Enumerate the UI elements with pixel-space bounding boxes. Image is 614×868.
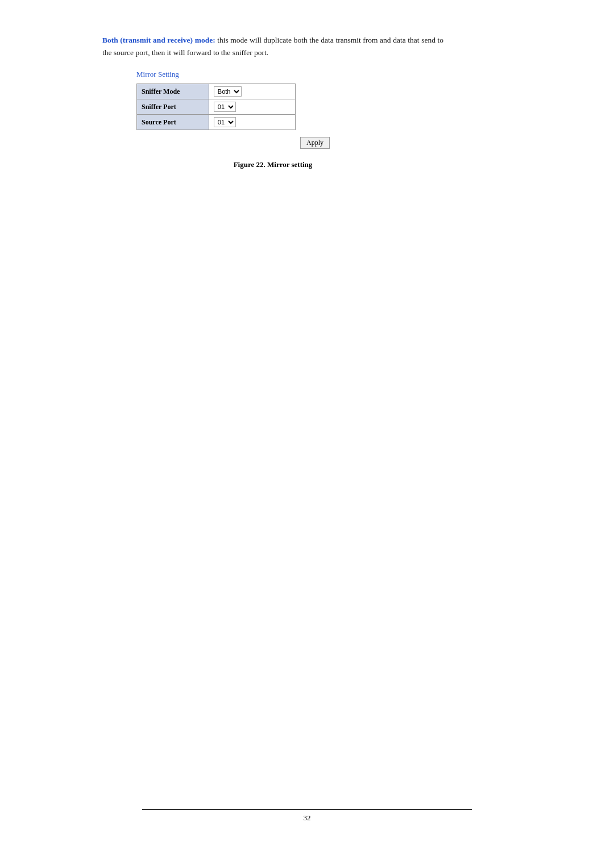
apply-button[interactable]: Apply bbox=[300, 137, 330, 149]
sniffer-mode-cell: Both TX RX bbox=[209, 84, 295, 99]
mirror-table: Sniffer Mode Both TX RX Sniffer Port 01 bbox=[136, 84, 296, 130]
footer-line bbox=[142, 809, 472, 810]
intro-paragraph: Both (transmit and receive) mode: this m… bbox=[102, 34, 443, 59]
page-content: Both (transmit and receive) mode: this m… bbox=[0, 0, 512, 232]
source-port-select[interactable]: 01 02 03 04 05 06 07 08 bbox=[214, 117, 236, 127]
apply-btn-row: Apply bbox=[171, 137, 330, 149]
table-row-source-port: Source Port 01 02 03 04 05 06 07 08 bbox=[137, 115, 296, 130]
sniffer-port-cell: 01 02 03 04 05 06 07 08 bbox=[209, 99, 295, 115]
source-port-cell: 01 02 03 04 05 06 07 08 bbox=[209, 115, 295, 130]
table-row-sniffer-mode: Sniffer Mode Both TX RX bbox=[137, 84, 296, 99]
source-port-label: Source Port bbox=[137, 115, 209, 130]
mirror-setting-section: Mirror Setting Sniffer Mode Both TX RX S… bbox=[136, 70, 443, 149]
intro-bold: Both (transmit and receive) mode: bbox=[102, 36, 215, 44]
sniffer-port-select[interactable]: 01 02 03 04 05 06 07 08 bbox=[214, 102, 236, 112]
page-footer: 32 bbox=[0, 809, 614, 823]
mirror-setting-title: Mirror Setting bbox=[136, 70, 443, 79]
sniffer-port-label: Sniffer Port bbox=[137, 99, 209, 115]
figure-caption: Figure 22. Mirror setting bbox=[102, 160, 443, 169]
page-number: 32 bbox=[304, 813, 311, 823]
sniffer-mode-select[interactable]: Both TX RX bbox=[214, 86, 242, 97]
sniffer-mode-label: Sniffer Mode bbox=[137, 84, 209, 99]
table-row-sniffer-port: Sniffer Port 01 02 03 04 05 06 07 08 bbox=[137, 99, 296, 115]
